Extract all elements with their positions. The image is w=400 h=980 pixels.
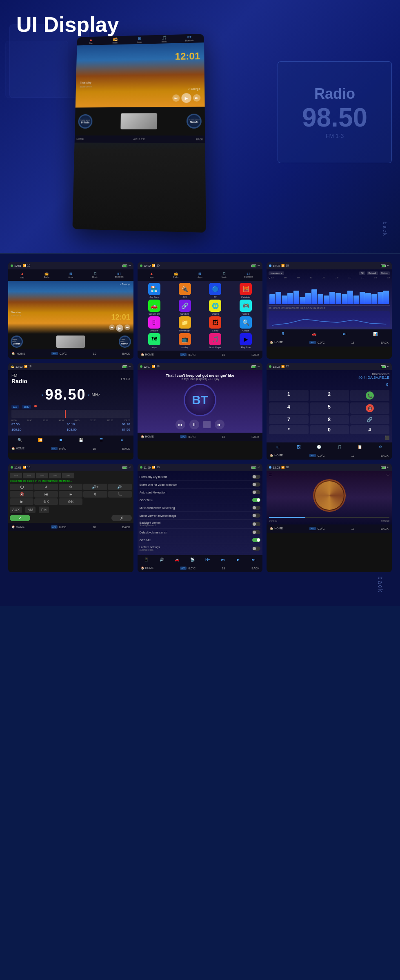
toggle-9[interactable] xyxy=(252,538,260,542)
key-star[interactable]: * xyxy=(269,425,308,434)
eq-icon-3[interactable]: ⏭ xyxy=(330,332,360,336)
preset-4[interactable]: 106.10 xyxy=(11,428,21,431)
eq-bar-9[interactable] xyxy=(318,294,323,304)
bt-nav-1[interactable]: BTBluetooth xyxy=(107,272,131,278)
sw-power[interactable]: ⏻ xyxy=(10,484,33,490)
call-button[interactable]: 📞 xyxy=(366,391,374,400)
sw-k1[interactable]: ⊕K xyxy=(34,498,58,505)
sw-play[interactable]: ▶ xyxy=(10,498,33,505)
eq-bar-6[interactable] xyxy=(300,297,305,304)
phone-icon-4[interactable]: 🎵 xyxy=(330,445,349,449)
app-maps[interactable]: 🗺 Maps xyxy=(140,333,169,349)
home-nav-1[interactable]: ▲Nav xyxy=(10,271,34,279)
nav-music[interactable]: 🎵 Music xyxy=(152,36,177,43)
radio-nav-2[interactable]: 📻Radio xyxy=(164,272,188,278)
app-calculator[interactable]: 🧮 Calculator xyxy=(231,283,260,298)
eq-bar-8[interactable] xyxy=(311,289,317,304)
settings-icon-4[interactable]: 📡 xyxy=(185,558,200,562)
sw-skip-next[interactable]: ⏭ xyxy=(34,491,58,498)
app-playstore[interactable]: ▶ Play Store xyxy=(231,333,260,349)
key-7[interactable]: 7 xyxy=(269,415,308,424)
eq-bar-19[interactable] xyxy=(378,292,383,304)
eq-default[interactable]: Default xyxy=(367,271,378,275)
prev-btn[interactable]: ⏮ xyxy=(172,94,180,102)
bt-playpause[interactable]: ⏸ xyxy=(189,420,199,429)
app-carbilink[interactable]: 🔗 CarbiLink xyxy=(170,300,200,315)
signal-icon-radio[interactable]: 📶 xyxy=(30,438,50,442)
app-filemanager[interactable]: 📁 FileManager xyxy=(170,316,200,332)
radio-nav-1[interactable]: 📻Radio xyxy=(34,272,58,278)
sw-settings-sw[interactable]: ⚙ xyxy=(59,484,82,490)
eq-preset[interactable]: Standard ∨ xyxy=(269,271,284,275)
play-btn[interactable]: ▶ xyxy=(181,93,191,103)
sw-am[interactable]: AM xyxy=(25,507,36,513)
next-btn[interactable]: ⏭ xyxy=(193,94,200,102)
preset-1[interactable]: 87.50 xyxy=(11,422,20,426)
eq-bar-7[interactable] xyxy=(305,293,311,304)
sw-ok-btn[interactable]: ✓ xyxy=(10,515,30,521)
record-icon-radio[interactable]: ⏺ xyxy=(51,438,70,442)
eq-bar-13[interactable] xyxy=(342,294,347,304)
apps-nav-2[interactable]: ⊞Apps xyxy=(188,272,212,278)
search-icon-radio[interactable]: 🔍 xyxy=(10,438,29,442)
eq-bar-14[interactable] xyxy=(347,291,353,304)
key-0[interactable]: 0 xyxy=(310,425,349,434)
settings-icon-5[interactable]: N+ xyxy=(200,558,215,562)
toggle-6[interactable] xyxy=(252,513,260,518)
nav-home[interactable]: ▲ Nav xyxy=(79,37,103,44)
toggle-1[interactable] xyxy=(252,475,260,479)
sw-refresh[interactable]: ↺ xyxy=(34,484,58,490)
preset-6[interactable]: 87.50 xyxy=(122,428,130,431)
play-1[interactable]: ▶ xyxy=(116,324,123,332)
key-5[interactable]: 5 xyxy=(310,402,349,414)
key-2[interactable]: 2 xyxy=(310,390,349,401)
sw-skip-prev[interactable]: ⏮ xyxy=(59,491,82,498)
eq-bar-16[interactable] xyxy=(360,292,365,304)
eq-bar-10[interactable] xyxy=(324,296,329,304)
list-icon-radio[interactable]: ☰ xyxy=(91,438,111,442)
nav-radio[interactable]: 📻 Radio xyxy=(103,37,127,44)
sw-fm[interactable]: FM xyxy=(39,507,49,513)
eq-bar-12[interactable] xyxy=(336,293,341,304)
toggle-2[interactable] xyxy=(252,482,260,487)
preset-2[interactable]: 90.10 xyxy=(67,422,75,426)
phone-icon-5[interactable]: 📋 xyxy=(350,445,370,449)
app-equalizer[interactable]: 🎚 Equalizer xyxy=(140,316,169,332)
key-1[interactable]: 1 xyxy=(269,390,308,401)
settings-icon-8[interactable]: ⏭ xyxy=(247,558,261,562)
preset-3[interactable]: 98.10 xyxy=(122,422,130,426)
settings-icon-1[interactable]: 📱 xyxy=(139,558,154,562)
key-9-link[interactable]: 🔗 xyxy=(350,415,389,424)
eq-bar-11[interactable] xyxy=(329,292,335,304)
bt-forward[interactable]: ⏭ xyxy=(215,420,224,429)
settings-icon-2[interactable]: 🔊 xyxy=(154,558,169,562)
eq-all[interactable]: All xyxy=(359,271,365,275)
music-menu-icon[interactable]: ☰ xyxy=(269,473,272,477)
eq-bar-3[interactable] xyxy=(282,296,287,304)
phone-icon-3[interactable]: 🕐 xyxy=(309,445,329,449)
home-nav-2[interactable]: ▲Nav xyxy=(140,271,164,279)
eq-icon-1[interactable]: 🎚 xyxy=(268,332,298,336)
app-carlink[interactable]: 🚗 Car Link 2.0 xyxy=(140,300,169,315)
sw-vol-up[interactable]: 🔊+ xyxy=(83,484,107,490)
prev-1[interactable]: ⏮ xyxy=(109,324,115,330)
eq-bar-1[interactable] xyxy=(269,294,275,304)
toggle-10[interactable] xyxy=(252,547,260,551)
sw-mic[interactable]: 🎙 xyxy=(83,491,107,498)
phone-extra-icon[interactable]: ⬛ xyxy=(384,436,389,440)
eq-bar-17[interactable] xyxy=(365,293,371,304)
progress-bar[interactable] xyxy=(269,517,389,518)
key-6-end[interactable]: 📵 xyxy=(350,402,389,414)
settings-icon-3[interactable]: 🚗 xyxy=(170,558,184,562)
music-heart-icon[interactable]: ♡ xyxy=(387,473,389,477)
phone-icon-6[interactable]: ⚙ xyxy=(371,445,390,449)
preset-5[interactable]: 108.00 xyxy=(67,428,76,431)
nav-bar-2[interactable]: ▲Nav 📻Radio ⊞Apps 🎵Music BTBluetooth xyxy=(138,269,263,281)
dx-btn[interactable]: DX xyxy=(11,405,19,409)
app-appstore[interactable]: 🏪 App Store xyxy=(140,283,169,298)
key-8[interactable]: 8 xyxy=(310,415,349,424)
eq-bar-18[interactable] xyxy=(371,294,377,304)
key-4[interactable]: 4 xyxy=(269,402,308,414)
app-chrome[interactable]: 🌐 Chrome xyxy=(200,300,230,315)
eq-setup[interactable]: Set up xyxy=(380,271,390,275)
